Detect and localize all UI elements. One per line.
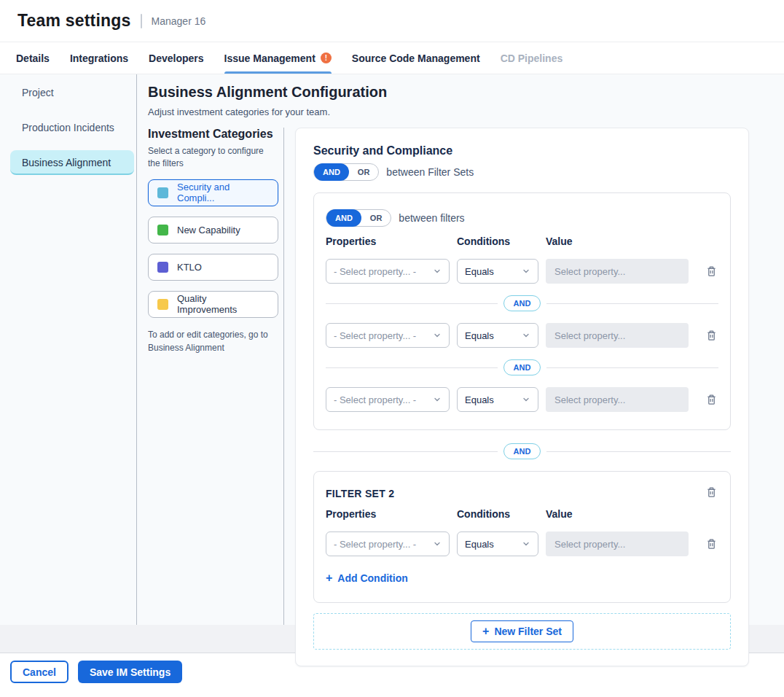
category-new-capability[interactable]: New Capability	[148, 217, 278, 244]
categories-hint: Select a category to configure the filte…	[148, 145, 272, 171]
new-filter-set-dropzone: + New Filter Set	[313, 613, 731, 650]
plus-icon: +	[326, 572, 332, 584]
filter-column-headers: Properties Conditions Value	[326, 235, 718, 247]
value-input[interactable]	[546, 387, 689, 412]
tab-issue-management[interactable]: Issue Management !	[224, 42, 332, 74]
between-filter-sets-label: between Filter Sets	[386, 166, 474, 178]
or-option[interactable]: OR	[361, 209, 391, 227]
tab-details[interactable]: Details	[16, 42, 50, 74]
chevron-down-icon	[433, 267, 442, 276]
category-color-swatch	[157, 299, 168, 310]
chevron-down-icon	[522, 331, 530, 340]
plus-icon: +	[482, 626, 489, 637]
project-name: Manager 16	[152, 15, 206, 27]
main-area: Project Production Incidents Business Al…	[0, 74, 784, 625]
or-option[interactable]: OR	[349, 163, 379, 181]
filter-row: - Select property... - Equals	[326, 531, 718, 556]
and-or-toggle-sets[interactable]: AND OR	[313, 163, 379, 181]
and-joiner-between-sets: AND	[313, 443, 731, 459]
save-im-settings-button[interactable]: Save IM Settings	[78, 661, 182, 683]
category-ktlo[interactable]: KTLO	[148, 254, 278, 281]
trash-icon	[706, 538, 717, 550]
trash-icon	[706, 330, 717, 341]
chevron-down-icon	[433, 331, 442, 340]
new-filter-set-button[interactable]: + New Filter Set	[471, 620, 573, 642]
section-subtitle: Adjust investment categories for your te…	[148, 106, 767, 117]
categories-title: Investment Categories	[148, 128, 278, 141]
section-title: Business Alignment Configuration	[148, 84, 767, 101]
filter-row: - Select property... - Equals	[326, 387, 718, 412]
condition-select[interactable]: Equals	[457, 323, 538, 348]
filters-panel: Security and Compliance AND OR between F…	[295, 128, 749, 666]
category-color-swatch	[157, 262, 168, 273]
condition-select[interactable]: Equals	[457, 259, 538, 284]
property-select[interactable]: - Select property... -	[326, 323, 450, 348]
category-quality-improvements[interactable]: Quality Improvements	[148, 291, 278, 318]
filters-column: Security and Compliance AND OR between F…	[284, 128, 767, 625]
filter-set-2-title: FILTER SET 2	[326, 485, 394, 499]
tab-developers[interactable]: Developers	[149, 42, 203, 74]
trash-icon	[706, 486, 717, 498]
tab-source-code-management[interactable]: Source Code Management	[352, 42, 480, 74]
sidebar-item-production-incidents[interactable]: Production Incidents	[10, 115, 134, 140]
value-input[interactable]	[546, 259, 689, 284]
chevron-down-icon	[433, 395, 442, 404]
filters-panel-title: Security and Compliance	[313, 144, 731, 157]
property-select[interactable]: - Select property... -	[326, 387, 450, 412]
chevron-down-icon	[522, 540, 530, 548]
content-header: Business Alignment Configuration Adjust …	[148, 84, 767, 128]
trash-icon	[706, 394, 717, 405]
condition-select[interactable]: Equals	[457, 387, 538, 412]
add-condition-button[interactable]: + Add Condition	[326, 572, 408, 584]
property-select[interactable]: - Select property... -	[326, 259, 450, 284]
delete-condition-button[interactable]	[705, 328, 718, 343]
title-divider	[141, 14, 142, 28]
category-color-swatch	[157, 225, 168, 235]
warning-icon: !	[321, 52, 332, 63]
value-input[interactable]	[546, 531, 689, 556]
category-color-swatch	[157, 187, 168, 198]
tab-bar: Details Integrations Developers Issue Ma…	[0, 42, 784, 74]
filter-set-2: FILTER SET 2 Properties Conditions Value	[313, 471, 731, 603]
settings-sidenav: Project Production Incidents Business Al…	[0, 74, 137, 625]
delete-condition-button[interactable]	[705, 392, 718, 407]
tab-cd-pipelines: CD Pipelines	[501, 42, 563, 74]
filter-set-1: AND OR between filters Properties Condit…	[313, 192, 731, 430]
trash-icon	[706, 265, 717, 277]
tab-integrations[interactable]: Integrations	[70, 42, 128, 74]
chevron-down-icon	[522, 267, 530, 276]
and-option[interactable]: AND	[326, 209, 361, 227]
value-input[interactable]	[546, 323, 689, 348]
page-title: Team settings	[17, 11, 131, 31]
category-security-and-compliance[interactable]: Security and Compli...	[148, 179, 278, 206]
filter-row: - Select property... - Equals	[326, 323, 718, 348]
filter-column-headers: Properties Conditions Value	[326, 508, 718, 520]
content-area: Business Alignment Configuration Adjust …	[137, 74, 784, 625]
cancel-button[interactable]: Cancel	[10, 661, 68, 683]
filter-row: - Select property... - Equals	[326, 259, 718, 284]
investment-categories-panel: Investment Categories Select a category …	[148, 128, 284, 625]
chevron-down-icon	[433, 540, 442, 548]
and-option[interactable]: AND	[314, 163, 349, 181]
page-header: Team settings Manager 16	[0, 0, 784, 42]
categories-footnote: To add or edit categories, go to Busines…	[148, 328, 273, 354]
sidebar-item-project[interactable]: Project	[10, 80, 134, 105]
delete-filter-set-button[interactable]	[705, 485, 718, 499]
condition-select[interactable]: Equals	[457, 531, 538, 556]
and-joiner: AND	[326, 359, 718, 375]
and-joiner: AND	[326, 295, 718, 311]
chevron-down-icon	[522, 395, 530, 404]
sidebar-item-business-alignment[interactable]: Business Alignment	[10, 150, 134, 175]
delete-condition-button[interactable]	[705, 537, 718, 551]
delete-condition-button[interactable]	[705, 264, 718, 279]
and-or-toggle-filters[interactable]: AND OR	[326, 209, 391, 227]
between-filters-label: between filters	[399, 212, 464, 224]
property-select[interactable]: - Select property... -	[326, 531, 450, 556]
